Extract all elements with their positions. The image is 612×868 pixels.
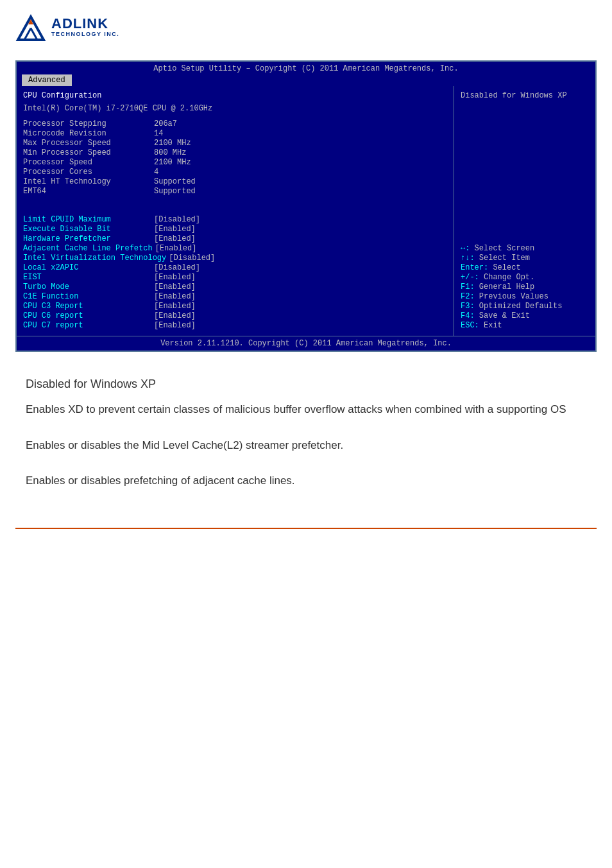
bios-option-row[interactable]: Hardware Prefetcher[Enabled]: [23, 234, 447, 243]
bios-key-name: ↔:: [461, 244, 470, 253]
bios-info-row: Processor Cores4: [23, 168, 447, 177]
bios-key-name: F3:: [461, 302, 475, 311]
logo-subtitle: TECHNOLOGY INC.: [51, 31, 119, 38]
bios-info-label: EMT64: [23, 187, 151, 196]
bios-left-panel: CPU Configuration Intel(R) Core(TM) i7-2…: [17, 86, 454, 336]
bios-option-label[interactable]: CPU C3 Report: [23, 302, 151, 311]
bios-option-row[interactable]: CPU C3 Report[Enabled]: [23, 302, 447, 311]
bios-key-desc: Select Item: [479, 254, 530, 263]
bios-key-row: F4: Save & Exit: [461, 311, 589, 320]
bios-option-label[interactable]: C1E Function: [23, 292, 151, 301]
bios-key-desc: Previous Values: [479, 292, 548, 301]
bios-option-label[interactable]: Intel Virtualization Technology: [23, 254, 166, 263]
bios-key-name: F4:: [461, 311, 475, 320]
bios-option-value: [Enabled]: [154, 321, 196, 330]
bios-option-label[interactable]: Adjacent Cache Line Prefetch: [23, 244, 153, 253]
bios-footer: Version 2.11.1210. Copyright (C) 2011 Am…: [17, 336, 595, 351]
bios-key-row: F3: Optimized Defaults: [461, 302, 589, 311]
header: ADLINK TECHNOLOGY INC.: [0, 0, 612, 54]
bios-info-row: EMT64Supported: [23, 187, 447, 196]
bios-info-label: Intel HT Technology: [23, 177, 151, 186]
bios-info-value: Supported: [154, 177, 196, 186]
bios-option-row[interactable]: Intel Virtualization Technology[Disabled…: [23, 254, 447, 263]
bios-info-label: Microcode Revision: [23, 129, 151, 138]
bios-option-label[interactable]: CPU C7 report: [23, 321, 151, 330]
bios-divider: [23, 201, 447, 210]
bios-info-row: Microcode Revision14: [23, 129, 447, 138]
bios-screen: Aptio Setup Utility – Copyright (C) 2011…: [15, 60, 597, 352]
bios-key-row: F2: Previous Values: [461, 292, 589, 301]
bios-option-row[interactable]: C1E Function[Enabled]: [23, 292, 447, 301]
bios-option-label[interactable]: Execute Disable Bit: [23, 225, 151, 234]
bios-option-row[interactable]: Turbo Mode[Enabled]: [23, 282, 447, 291]
bios-info-value: 206a7: [154, 119, 177, 128]
cpu-model: Intel(R) Core(TM) i7-2710QE CPU @ 2.10GH…: [23, 104, 447, 113]
adlink-logo-icon: [15, 12, 46, 42]
bios-option-row[interactable]: Local x2APIC[Disabled]: [23, 263, 447, 272]
bios-main-content: CPU Configuration Intel(R) Core(TM) i7-2…: [17, 86, 595, 336]
bios-option-value: [Enabled]: [154, 282, 196, 291]
bios-key-name: F1:: [461, 282, 475, 291]
bios-title-text: Aptio Setup Utility – Copyright (C) 2011…: [153, 64, 458, 73]
bios-key-desc: Exit: [484, 321, 502, 330]
bios-option-value: [Enabled]: [155, 244, 197, 253]
bios-key-row: Enter: Select: [461, 263, 589, 272]
bios-option-label[interactable]: Limit CPUID Maximum: [23, 215, 151, 224]
description-section: Disabled for Windows XP Enables XD to pr…: [0, 365, 612, 521]
bios-option-value: [Disabled]: [154, 215, 200, 224]
bios-option-value: [Enabled]: [154, 234, 196, 243]
bios-info-value: 2100 MHz: [154, 139, 191, 148]
bios-info-label: Min Processor Speed: [23, 148, 151, 157]
bios-option-label[interactable]: Local x2APIC: [23, 263, 151, 272]
bios-info-row: Processor Speed2100 MHz: [23, 158, 447, 167]
bios-key-desc: Save & Exit: [479, 311, 530, 320]
bios-info-value: Supported: [154, 187, 196, 196]
bios-key-desc: Select Screen: [475, 244, 535, 253]
bios-key-name: +/-:: [461, 273, 479, 282]
bios-info-value: 14: [154, 129, 163, 138]
bios-option-value: [Disabled]: [154, 263, 200, 272]
bios-option-row[interactable]: Execute Disable Bit[Enabled]: [23, 225, 447, 234]
bios-option-value: [Enabled]: [154, 311, 196, 320]
bios-option-row[interactable]: Adjacent Cache Line Prefetch[Enabled]: [23, 244, 447, 253]
bios-key-name: F2:: [461, 292, 475, 301]
bios-option-label[interactable]: Hardware Prefetcher: [23, 234, 151, 243]
bios-tabbar[interactable]: Advanced: [17, 74, 595, 86]
bios-key-row: ↔: Select Screen: [461, 244, 589, 253]
bios-option-label[interactable]: EIST: [23, 273, 151, 282]
bios-option-value: [Enabled]: [154, 273, 196, 282]
bios-info-rows: Processor Stepping206a7Microcode Revisio…: [23, 119, 447, 196]
bios-keymapping: ↔: Select Screen↑↓: Select ItemEnter: Se…: [461, 244, 589, 331]
bios-option-label[interactable]: Turbo Mode: [23, 282, 151, 291]
bios-key-name: ↑↓:: [461, 254, 475, 263]
bios-key-name: Enter:: [461, 263, 488, 272]
logo-adlink: ADLINK: [51, 16, 119, 31]
bios-info-label: Processor Speed: [23, 158, 151, 167]
bios-info-row: Processor Stepping206a7: [23, 119, 447, 128]
bios-option-row[interactable]: Limit CPUID Maximum[Disabled]: [23, 215, 447, 224]
bios-info-row: Intel HT TechnologySupported: [23, 177, 447, 186]
bios-key-desc: General Help: [479, 282, 534, 291]
bios-info-row: Min Processor Speed800 MHz: [23, 148, 447, 157]
desc-text-2: Enables XD to prevent certain classes of…: [26, 401, 586, 418]
bios-info-label: Max Processor Speed: [23, 139, 151, 148]
bios-info-value: 2100 MHz: [154, 158, 191, 167]
bios-option-rows[interactable]: Limit CPUID Maximum[Disabled]Execute Dis…: [23, 215, 447, 330]
tab-advanced[interactable]: Advanced: [22, 74, 72, 86]
svg-line-2: [31, 28, 37, 40]
bios-titlebar: Aptio Setup Utility – Copyright (C) 2011…: [17, 62, 595, 74]
bios-option-row[interactable]: CPU C6 report[Enabled]: [23, 311, 447, 320]
bios-option-value: [Enabled]: [154, 292, 196, 301]
bios-key-row: ↑↓: Select Item: [461, 254, 589, 263]
bios-option-row[interactable]: EIST[Enabled]: [23, 273, 447, 282]
bios-key-name: ESC:: [461, 321, 479, 330]
desc-text-3: Enables or disables the Mid Level Cache(…: [26, 437, 586, 454]
bios-option-value: [Disabled]: [169, 254, 215, 263]
bios-option-row[interactable]: CPU C7 report[Enabled]: [23, 321, 447, 330]
desc-title-1: Disabled for Windows XP: [26, 378, 586, 391]
bios-section-title: CPU Configuration: [23, 91, 447, 100]
bios-option-label[interactable]: CPU C6 report: [23, 311, 151, 320]
bios-key-desc: Change Opt.: [484, 273, 534, 282]
svg-line-1: [24, 28, 31, 40]
bios-key-desc: Optimized Defaults: [479, 302, 563, 311]
